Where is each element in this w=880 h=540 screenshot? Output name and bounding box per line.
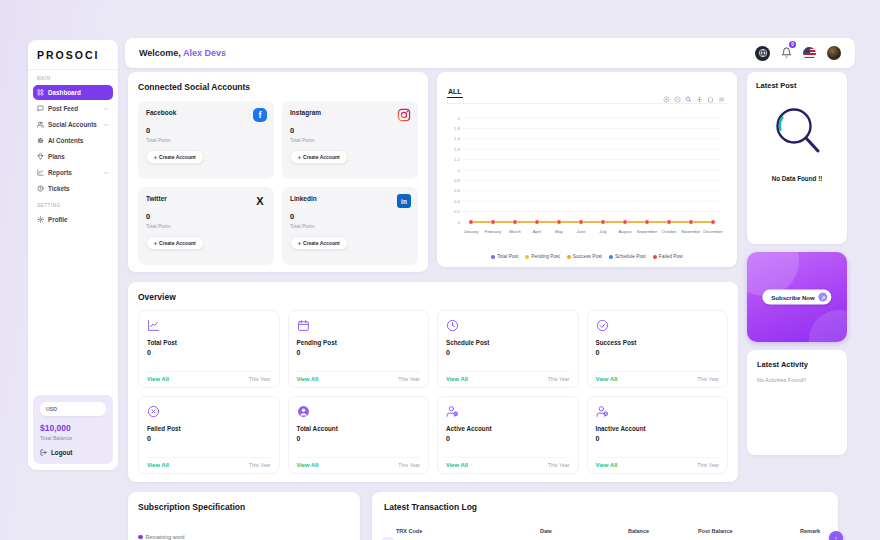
- view-all-link[interactable]: View All: [147, 376, 169, 382]
- svg-text:September: September: [637, 229, 658, 234]
- sidebar-section-setting: SETTING: [28, 197, 118, 211]
- sidebar-item-label: Plans: [48, 153, 65, 160]
- svg-text:2: 2: [458, 116, 461, 121]
- clock-icon: [446, 318, 459, 331]
- legend-dot: [491, 255, 495, 259]
- chevron-down-icon: [103, 106, 109, 112]
- scroll-top-button[interactable]: ↑: [829, 531, 843, 540]
- avatar[interactable]: [827, 46, 841, 60]
- account-name: Instagram: [290, 109, 410, 116]
- overview-card: Overview Total Post 0 View AllThis Year …: [128, 282, 738, 482]
- logout-button[interactable]: Logout: [40, 449, 106, 456]
- svg-text:0.8: 0.8: [454, 178, 461, 183]
- view-all-link[interactable]: View All: [297, 376, 319, 382]
- legend-dot: [525, 255, 529, 259]
- svg-text:October: October: [662, 229, 678, 234]
- sidebar-item-label: Dashboard: [48, 89, 81, 96]
- view-all-link[interactable]: View All: [596, 376, 618, 382]
- check-circle-icon: [596, 318, 609, 331]
- sidebar-item-ai-contents[interactable]: AI Contents: [33, 133, 113, 148]
- latest-transaction-log-card: Latest Transaction Log TRX Code Date Bal…: [372, 492, 838, 540]
- svg-text:November: November: [681, 229, 701, 234]
- create-account-button[interactable]: +Create Account: [146, 236, 204, 250]
- stat-label: Schedule Post: [446, 339, 570, 346]
- view-all-link[interactable]: View All: [297, 462, 319, 468]
- logout-label: Logout: [51, 449, 72, 456]
- sidebar-item-reports[interactable]: Reports: [33, 165, 113, 180]
- dashboard-icon: [37, 89, 44, 96]
- view-all-link[interactable]: View All: [147, 462, 169, 468]
- transaction-log-title: Latest Transaction Log: [384, 502, 826, 512]
- account-count: 0: [290, 212, 410, 221]
- period-label: This Year: [398, 462, 420, 468]
- svg-text:0.2: 0.2: [454, 209, 461, 214]
- create-account-button[interactable]: +Create Account: [290, 150, 348, 164]
- account-name: Linkedin: [290, 195, 410, 202]
- create-account-button[interactable]: +Create Account: [290, 236, 348, 250]
- legend-item[interactable]: Success Post: [567, 254, 602, 259]
- sidebar-section-main: MAIN: [28, 70, 118, 84]
- col-balance: Balance: [628, 528, 649, 534]
- magnifier-illustration: [770, 104, 824, 162]
- svg-text:1.2: 1.2: [454, 157, 461, 162]
- stat-card-schedule-post: Schedule Post 0 View AllThis Year: [437, 310, 579, 388]
- zoom-out-icon[interactable]: [674, 96, 681, 103]
- create-account-button[interactable]: +Create Account: [146, 150, 204, 164]
- svg-text:0.6: 0.6: [454, 188, 461, 193]
- col-remark: Remark: [800, 528, 820, 534]
- svg-text:1.6: 1.6: [454, 136, 461, 141]
- svg-text:0.4: 0.4: [454, 199, 461, 204]
- latest-post-card: Latest Post No Data Found !!: [747, 72, 847, 244]
- account-count: 0: [290, 126, 410, 135]
- sidebar-item-post-feed[interactable]: Post Feed: [33, 101, 113, 116]
- pan-icon[interactable]: [696, 96, 703, 103]
- stat-card-failed-post: Failed Post 0 View AllThis Year: [138, 396, 280, 474]
- tab-all[interactable]: ALL: [447, 88, 463, 98]
- stat-card-active-account: Active Account 0 View AllThis Year: [437, 396, 579, 474]
- selection-zoom-icon[interactable]: [685, 96, 692, 103]
- posts-chart[interactable]: 00.20.40.60.811.21.41.61.82JanuaryFebrua…: [447, 110, 727, 248]
- svg-text:1.8: 1.8: [454, 126, 461, 131]
- legend-item[interactable]: Schedule Post: [609, 254, 646, 259]
- svg-text:0: 0: [458, 220, 461, 225]
- legend-item[interactable]: Pending Post: [525, 254, 560, 259]
- stat-value: 0: [446, 349, 570, 356]
- arrow-up-icon: ↑: [834, 535, 838, 540]
- menu-icon[interactable]: [718, 96, 725, 103]
- language-globe-button[interactable]: [755, 46, 770, 61]
- account-name: Facebook: [146, 109, 266, 116]
- ai-contents-icon: [37, 137, 44, 144]
- sidebar-item-dashboard[interactable]: Dashboard: [33, 85, 113, 100]
- sidebar-item-profile[interactable]: Profile: [33, 212, 113, 227]
- stat-label: Inactive Account: [596, 425, 720, 432]
- stat-value: 0: [297, 349, 421, 356]
- view-all-link[interactable]: View All: [596, 462, 618, 468]
- account-count: 0: [146, 212, 266, 221]
- home-reset-icon[interactable]: [707, 96, 714, 103]
- latest-activity-title: Latest Activity: [757, 360, 837, 369]
- facebook-icon: f: [253, 108, 267, 122]
- sidebar: PROSOCI MAIN Dashboard Post Feed Social …: [28, 40, 118, 470]
- sidebar-item-plans[interactable]: Plans: [33, 149, 113, 164]
- stat-value: 0: [596, 349, 720, 356]
- svg-text:June: June: [576, 229, 586, 234]
- twitter-x-icon: X: [253, 194, 267, 208]
- view-all-link[interactable]: View All: [446, 376, 468, 382]
- account-sub: Total Posts: [290, 137, 410, 143]
- notifications-button[interactable]: 0: [781, 44, 792, 62]
- legend-item[interactable]: Total Post: [491, 254, 518, 259]
- zoom-in-icon[interactable]: [663, 96, 670, 103]
- view-all-link[interactable]: View All: [446, 462, 468, 468]
- sidebar-item-tickets[interactable]: Tickets: [33, 181, 113, 196]
- header: Welcome, Alex Devs 0: [125, 38, 855, 68]
- sidebar-item-social-accounts[interactable]: Social Accounts: [33, 117, 113, 132]
- legend-item[interactable]: Failed Post: [653, 254, 683, 259]
- period-label: This Year: [548, 376, 570, 382]
- currency-select[interactable]: USD: [40, 402, 106, 416]
- account-sub: Total Posts: [146, 137, 266, 143]
- us-flag-icon[interactable]: [803, 47, 816, 60]
- notification-badge: 0: [789, 41, 796, 48]
- latest-activity-card: Latest Activity No Activities Found!!: [747, 350, 847, 455]
- subscribe-now-button[interactable]: Subscribe Now ↗: [762, 290, 831, 305]
- stat-value: 0: [446, 435, 570, 442]
